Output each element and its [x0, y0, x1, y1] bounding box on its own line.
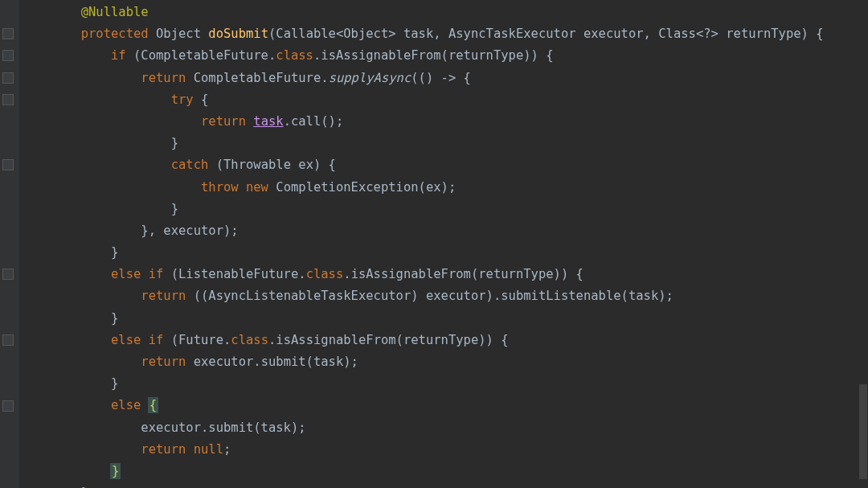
code-token: .isAssignableFrom(returnType)) {	[313, 48, 554, 63]
indent	[21, 180, 201, 195]
code-token: ;	[223, 442, 231, 457]
code-token: executor.submit(task);	[186, 355, 358, 369]
code-token: else if	[111, 333, 163, 347]
code-token: return null	[141, 442, 223, 457]
indent	[21, 376, 111, 391]
code-token: CompletableFuture.	[186, 71, 328, 85]
code-token: }	[110, 463, 121, 479]
indent	[21, 5, 81, 19]
code-token: ;	[448, 180, 456, 195]
code-line[interactable]: if (CompletableFuture.class.isAssignable…	[21, 45, 855, 67]
code-token: @Nullable	[81, 5, 149, 19]
code-token: {	[194, 92, 209, 107]
code-token: {	[148, 397, 158, 413]
code-line[interactable]: executor.submit(task);	[21, 417, 855, 439]
code-line[interactable]: throw new CompletionException(ex);	[21, 177, 855, 199]
indent	[21, 355, 141, 369]
fold-toggle-icon[interactable]	[2, 94, 14, 105]
code-line[interactable]: try {	[21, 89, 855, 111]
code-line[interactable]: }	[21, 199, 855, 220]
scrollbar-track[interactable]	[858, 0, 868, 488]
code-line[interactable]: else {	[21, 395, 855, 416]
code-token: else if	[111, 267, 163, 281]
code-line[interactable]: }	[21, 482, 855, 488]
code-line[interactable]: protected Object doSubmit(Callable<Objec…	[21, 23, 855, 45]
code-line[interactable]: }	[21, 308, 855, 330]
code-line[interactable]: return executor.submit(task);	[21, 351, 855, 373]
indent	[21, 27, 81, 41]
fold-toggle-icon[interactable]	[2, 400, 14, 412]
indent	[21, 333, 111, 347]
indent	[21, 267, 111, 281]
code-area[interactable]: @Nullable protected Object doSubmit(Call…	[21, 2, 855, 488]
code-token: if	[111, 48, 133, 63]
code-token: return	[141, 71, 186, 85]
code-token: }	[111, 311, 118, 326]
indent	[21, 48, 111, 63]
code-token: }, executor);	[141, 223, 238, 238]
scrollbar-thumb[interactable]	[859, 384, 867, 479]
code-token: class	[231, 333, 268, 347]
fold-toggle-icon[interactable]	[2, 72, 14, 84]
code-token: return	[141, 355, 186, 369]
fold-toggle-icon[interactable]	[2, 28, 14, 39]
code-token: ((AsyncListenableTaskExecutor) executor)…	[186, 289, 674, 303]
indent	[21, 223, 141, 238]
code-line[interactable]: }	[21, 461, 855, 482]
code-token: try	[171, 92, 194, 107]
code-editor[interactable]: @Nullable protected Object doSubmit(Call…	[0, 0, 868, 488]
code-token: (Future.	[163, 333, 231, 347]
code-token: protected	[81, 27, 149, 41]
code-line[interactable]: return null;	[21, 439, 855, 461]
code-token: (ListenableFuture.	[163, 267, 305, 281]
indent	[21, 92, 171, 107]
code-token: (Callable<Object> task	[268, 27, 433, 41]
code-token: .isAssignableFrom(returnType)) {	[268, 333, 509, 347]
code-token: .isAssignableFrom(returnType)) {	[343, 267, 583, 281]
fold-toggle-icon[interactable]	[2, 159, 14, 170]
code-token: , Class<?> returnType) {	[644, 27, 824, 41]
code-token: class	[306, 267, 344, 281]
code-line[interactable]: return task.call();	[21, 111, 855, 133]
code-token: supplyAsync	[329, 71, 411, 85]
code-token: throw new	[201, 180, 268, 195]
code-token: class	[276, 48, 313, 63]
code-line[interactable]: @Nullable	[21, 2, 855, 23]
code-token: }	[111, 245, 118, 260]
indent	[21, 114, 201, 129]
code-token: executor.submit(task);	[141, 420, 305, 435]
code-token: , AsyncTaskExecutor executor	[433, 27, 643, 41]
fold-toggle-icon[interactable]	[2, 269, 14, 280]
code-token: Object	[149, 27, 209, 41]
code-token: CompletionException(ex)	[268, 180, 448, 195]
code-token: catch	[171, 158, 209, 172]
indent	[21, 398, 111, 412]
code-token: .call();	[284, 114, 344, 129]
code-line[interactable]: return CompletableFuture.supplyAsync(() …	[21, 68, 855, 89]
fold-toggle-icon[interactable]	[2, 50, 14, 61]
code-line[interactable]: }	[21, 242, 855, 264]
fold-toggle-icon[interactable]	[2, 334, 14, 346]
editor-gutter	[0, 0, 18, 488]
code-line[interactable]: catch (Throwable ex) {	[21, 154, 855, 176]
indent	[21, 464, 111, 478]
code-token: (Throwable ex) {	[208, 158, 336, 172]
indent	[21, 311, 111, 326]
code-line[interactable]: else if (Future.class.isAssignableFrom(r…	[21, 330, 855, 351]
code-token: task	[253, 114, 283, 129]
code-token: return	[141, 289, 186, 303]
code-token: }	[111, 376, 118, 391]
indent	[21, 71, 141, 85]
indent	[21, 158, 171, 172]
code-token: (CompletableFuture.	[133, 48, 276, 63]
code-line[interactable]: }	[21, 133, 855, 154]
code-line[interactable]: }, executor);	[21, 220, 855, 242]
code-token: }	[171, 136, 178, 150]
code-line[interactable]: else if (ListenableFuture.class.isAssign…	[21, 264, 855, 285]
indent	[21, 442, 141, 457]
indent	[21, 136, 171, 150]
code-line[interactable]: return ((AsyncListenableTaskExecutor) ex…	[21, 285, 855, 307]
code-line[interactable]: }	[21, 373, 855, 395]
indent	[21, 202, 171, 216]
indent	[21, 420, 141, 435]
